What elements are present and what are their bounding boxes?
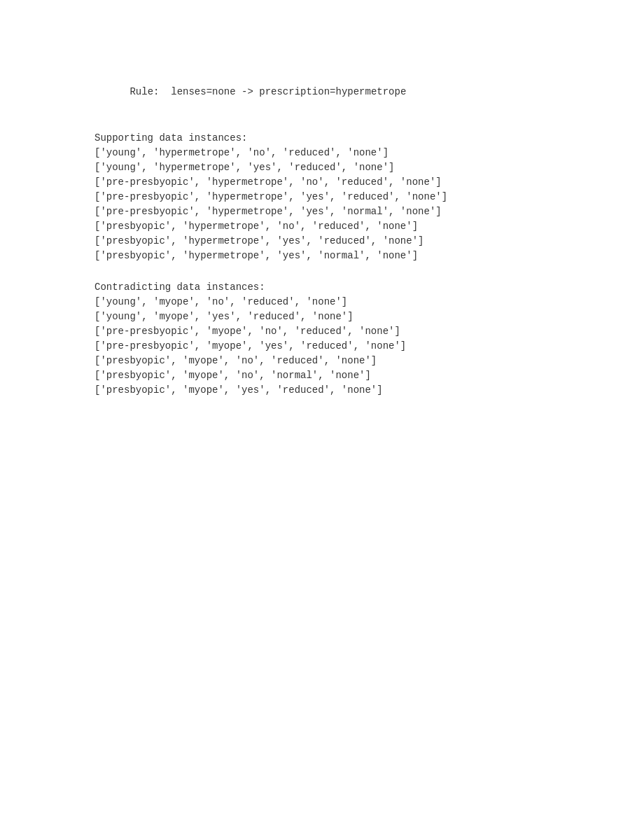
- contradicting-item-6: ['presbyopic', 'myope', 'yes', 'reduced'…: [94, 383, 644, 398]
- rule-section: Rule: lenses=none -> prescription=hyperm…: [94, 70, 644, 114]
- rule-label: Rule:: [130, 86, 159, 97]
- supporting-item-6: ['presbyopic', 'hypermetrope', 'yes', 'r…: [94, 234, 644, 249]
- contradicting-section: Contradicting data instances: ['young', …: [94, 280, 644, 398]
- contradicting-item-5: ['presbyopic', 'myope', 'no', 'normal', …: [94, 368, 644, 383]
- supporting-item-3: ['pre-presbyopic', 'hypermetrope', 'yes'…: [94, 190, 644, 204]
- contradicting-item-3: ['pre-presbyopic', 'myope', 'yes', 'redu…: [94, 339, 644, 354]
- contradicting-item-4: ['presbyopic', 'myope', 'no', 'reduced',…: [94, 354, 644, 368]
- supporting-item-1: ['young', 'hypermetrope', 'yes', 'reduce…: [94, 160, 644, 175]
- supporting-header: Supporting data instances:: [94, 131, 644, 146]
- rule-line: Rule: lenses=none -> prescription=hyperm…: [94, 70, 644, 114]
- supporting-item-7: ['presbyopic', 'hypermetrope', 'yes', 'n…: [94, 249, 644, 263]
- supporting-item-5: ['presbyopic', 'hypermetrope', 'no', 're…: [94, 219, 644, 234]
- supporting-item-2: ['pre-presbyopic', 'hypermetrope', 'no',…: [94, 175, 644, 190]
- rule-text: lenses=none -> prescription=hypermetrope: [159, 86, 406, 97]
- supporting-item-4: ['pre-presbyopic', 'hypermetrope', 'yes'…: [94, 204, 644, 219]
- contradicting-item-2: ['pre-presbyopic', 'myope', 'no', 'reduc…: [94, 324, 644, 339]
- main-content: Rule: lenses=none -> prescription=hyperm…: [94, 70, 644, 398]
- supporting-section: Supporting data instances: ['young', 'hy…: [94, 131, 644, 263]
- contradicting-item-1: ['young', 'myope', 'yes', 'reduced', 'no…: [94, 310, 644, 324]
- contradicting-header: Contradicting data instances:: [94, 280, 644, 295]
- supporting-item-0: ['young', 'hypermetrope', 'no', 'reduced…: [94, 146, 644, 160]
- contradicting-item-0: ['young', 'myope', 'no', 'reduced', 'non…: [94, 295, 644, 310]
